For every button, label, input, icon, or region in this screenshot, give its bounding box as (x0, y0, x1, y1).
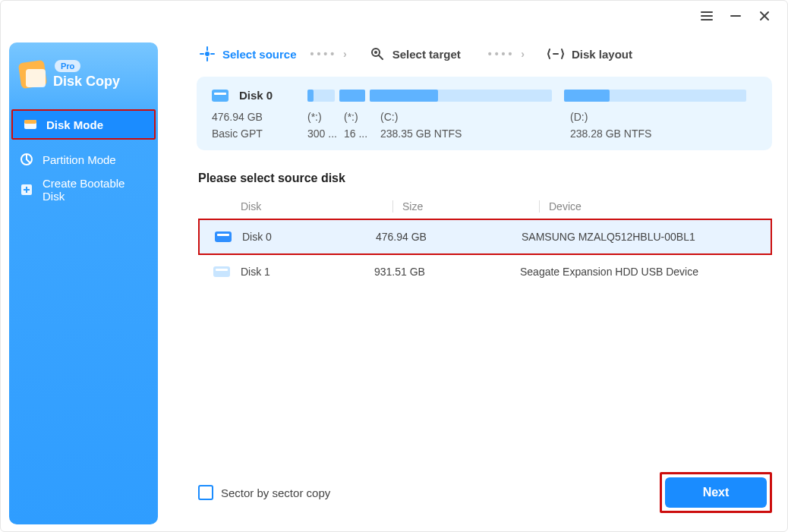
target-icon (200, 46, 215, 61)
partition-label: (*:) (344, 111, 380, 123)
partition-label: (*:) (307, 111, 344, 123)
brand: Pro Disk Copy (9, 59, 158, 108)
row-disk-device: SAMSUNG MZALQ512HBLU-00BL1 (512, 231, 771, 243)
sidebar-item-create-bootable[interactable]: Create Bootable Disk (9, 175, 158, 205)
sector-copy-checkbox[interactable]: Sector by sector copy (198, 485, 330, 500)
step-disk-layout: Disk layout (547, 46, 632, 61)
row-disk-size: 931.51 GB (365, 266, 511, 278)
disk-icon (215, 231, 232, 242)
step-separator: •••• › (310, 48, 350, 60)
partition-detail: 300 ... (307, 127, 344, 140)
th-size: Size (392, 200, 539, 212)
partition-label: (D:) (570, 111, 651, 123)
partition-bar (307, 90, 757, 102)
svg-point-6 (374, 51, 377, 54)
table-row[interactable]: Disk 1 931.51 GB Seagate Expansion HDD U… (198, 255, 772, 288)
disk-table: Disk Size Device Disk 0 476.94 GB SAMSUN… (198, 194, 772, 288)
app-title: Disk Copy (53, 74, 120, 90)
disk-mode-icon (24, 118, 37, 131)
pro-badge: Pro (55, 60, 80, 72)
wizard-steps: Select source •••• › Select target •••• … (166, 31, 777, 77)
step-label: Select target (392, 48, 461, 61)
sidebar-item-label: Partition Mode (43, 153, 116, 166)
step-select-source[interactable]: Select source (200, 46, 297, 61)
sidebar-item-label: Disk Mode (46, 118, 103, 131)
checkbox-icon (198, 485, 213, 500)
search-disk-icon (370, 46, 385, 61)
disk-scheme: Basic GPT (212, 127, 307, 140)
disk-size: 476.94 GB (212, 111, 307, 123)
app-logo-icon (20, 61, 46, 87)
partition-mode-icon (20, 153, 33, 166)
sidebar-item-label: Create Bootable Disk (43, 177, 147, 203)
bootable-disk-icon (20, 183, 33, 197)
disk-icon (213, 266, 230, 277)
disk-name: Disk 0 (239, 89, 307, 102)
th-device: Device (539, 200, 772, 212)
next-highlight: Next (660, 472, 772, 513)
section-title: Please select source disk (198, 172, 777, 185)
svg-point-4 (205, 52, 210, 56)
footer: Sector by sector copy Next (198, 472, 772, 513)
row-disk-size: 476.94 GB (367, 231, 512, 243)
titlebar (701, 1, 787, 31)
table-header: Disk Size Device (198, 194, 772, 219)
partition-detail: 16 ... (344, 127, 380, 140)
main-content: Select source •••• › Select target •••• … (166, 31, 777, 521)
step-label: Disk layout (572, 48, 632, 61)
partition-label: (C:) (380, 111, 570, 123)
partition-detail: 238.35 GB NTFS (380, 127, 570, 140)
table-row[interactable]: Disk 0 476.94 GB SAMSUNG MZALQ512HBLU-00… (198, 219, 772, 255)
sidebar-item-disk-mode[interactable]: Disk Mode (11, 109, 156, 140)
disk-icon (212, 90, 229, 102)
row-disk-name: Disk 0 (242, 231, 272, 243)
layout-icon (547, 46, 564, 61)
step-select-target: Select target (370, 46, 461, 61)
step-label: Select source (222, 48, 297, 61)
row-disk-name: Disk 1 (241, 266, 270, 278)
app-window: Pro Disk Copy Disk Mode Partition Mode C… (0, 0, 788, 532)
next-button[interactable]: Next (665, 477, 767, 508)
sidebar: Pro Disk Copy Disk Mode Partition Mode C… (9, 42, 158, 524)
close-icon[interactable] (758, 10, 771, 22)
partition-detail: 238.28 GB NTFS (570, 127, 651, 140)
sidebar-item-partition-mode[interactable]: Partition Mode (9, 144, 158, 175)
svg-rect-1 (24, 120, 36, 124)
checkbox-label: Sector by sector copy (221, 486, 330, 499)
step-separator: •••• › (488, 48, 528, 60)
minimize-icon[interactable] (730, 10, 742, 22)
th-disk: Disk (213, 200, 392, 212)
menu-icon[interactable] (701, 10, 713, 22)
row-disk-device: Seagate Expansion HDD USB Device (511, 266, 772, 278)
selected-disk-card: Disk 0 476.94 GB Basic GPT (*:) 300 ... (197, 77, 772, 150)
